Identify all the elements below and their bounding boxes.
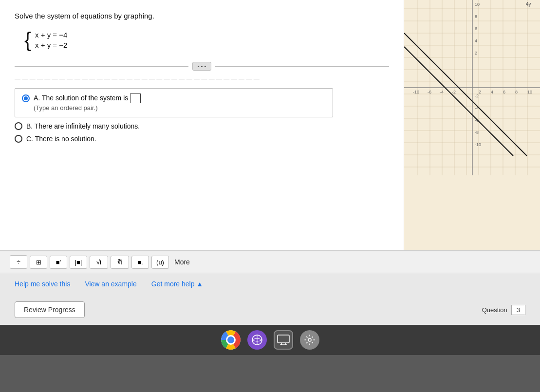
footer-bar: Review Progress Question 3	[0, 295, 540, 325]
absolute-value-btn[interactable]: |■|	[70, 256, 87, 269]
svg-text:-6: -6	[428, 90, 431, 94]
svg-text:-10: -10	[413, 90, 419, 94]
get-more-help-link[interactable]: Get more help ▲	[151, 280, 203, 288]
chrome-icon[interactable]	[221, 330, 241, 350]
question-number-box: 3	[511, 305, 525, 315]
svg-text:8: 8	[475, 14, 477, 19]
svg-point-58	[308, 338, 311, 341]
main-content-area: Solve the system of equations by graphin…	[0, 0, 540, 273]
svg-text:6: 6	[503, 90, 505, 94]
equations-list: x + y = −4 x + y = −2	[35, 31, 67, 49]
help-me-solve-link[interactable]: Help me solve this	[15, 280, 70, 288]
option-b-label: B. There are infinitely many solutions.	[26, 122, 140, 130]
answer-hint-text: — — — — — — — — — — — — — — — — — — — — …	[15, 75, 389, 82]
problem-panel: Solve the system of equations by graphin…	[0, 0, 404, 250]
help-bar: Help me solve this View an example Get m…	[0, 273, 540, 295]
more-label[interactable]: More	[174, 258, 190, 266]
option-c[interactable]: C. There is no solution.	[15, 135, 389, 143]
mixed-number-btn[interactable]: ⊞	[30, 256, 47, 269]
monitor-icon[interactable]	[274, 330, 293, 350]
equation-1: x + y = −4	[35, 31, 67, 39]
svg-text:10: 10	[475, 2, 480, 7]
graph-panel: 10 8 6 4 2 -2 -4 -6 -8 -10 -10 -6 -4 -2 …	[404, 0, 540, 250]
svg-text:-8: -8	[475, 130, 479, 135]
option-a-text: A. The solution of the system is (Type a…	[34, 93, 141, 112]
paren-btn[interactable]: (u)	[151, 256, 169, 269]
superscript-btn[interactable]: ■'	[50, 256, 67, 269]
answer-options: A. The solution of the system is (Type a…	[15, 88, 389, 143]
svg-point-51	[227, 336, 234, 343]
option-a-label-start: A. The solution of the system is	[34, 94, 130, 102]
graph-svg: 10 8 6 4 2 -2 -4 -6 -8 -10 -10 -6 -4 -2 …	[404, 0, 540, 175]
svg-text:4y: 4y	[526, 1, 531, 7]
equation-2: x + y = −2	[35, 41, 67, 49]
svg-rect-54	[278, 335, 289, 343]
review-progress-btn[interactable]: Review Progress	[15, 301, 85, 318]
option-a[interactable]: A. The solution of the system is (Type a…	[15, 88, 333, 117]
svg-text:4: 4	[475, 38, 477, 43]
option-b[interactable]: B. There are infinitely many solutions.	[15, 122, 389, 130]
toolbar-row: ÷ ⊞ ■' |■| √i ∛i ■. (u) More	[0, 250, 540, 273]
answer-input[interactable]	[130, 93, 141, 103]
cbrt-btn[interactable]: ∛i	[111, 256, 129, 269]
svg-text:10: 10	[527, 90, 532, 94]
search-globe-icon[interactable]	[247, 330, 267, 350]
brace-icon: {	[24, 30, 31, 50]
option-c-label: C. There is no solution.	[26, 135, 96, 143]
radio-c[interactable]	[15, 135, 22, 143]
svg-text:-2: -2	[452, 90, 456, 94]
problem-title: Solve the system of equations by graphin…	[15, 12, 389, 20]
option-a-label-end: (Type an ordered pair.)	[34, 104, 98, 112]
equations-group: { x + y = −4 x + y = −2	[24, 30, 389, 50]
svg-text:6: 6	[475, 26, 477, 31]
view-example-link[interactable]: View an example	[85, 280, 136, 288]
decimal-btn[interactable]: ■.	[131, 256, 149, 269]
svg-text:-2: -2	[475, 93, 479, 98]
settings-gear-icon[interactable]	[300, 330, 319, 350]
fraction-btn[interactable]: ÷	[10, 255, 27, 269]
svg-text:4: 4	[491, 90, 493, 94]
sqrt-btn[interactable]: √i	[90, 256, 108, 269]
svg-text:2: 2	[475, 51, 477, 56]
radio-a[interactable]	[22, 94, 30, 102]
svg-text:2: 2	[479, 90, 481, 94]
svg-text:-4: -4	[440, 90, 444, 94]
divider-row: • • •	[15, 62, 389, 71]
svg-text:-10: -10	[475, 142, 481, 147]
radio-b[interactable]	[15, 122, 22, 130]
svg-text:8: 8	[515, 90, 518, 94]
problem-and-graph: Solve the system of equations by graphin…	[0, 0, 540, 250]
question-label: Question	[482, 306, 507, 314]
taskbar	[0, 325, 540, 355]
expand-collapse-btn[interactable]: • • •	[192, 62, 212, 71]
